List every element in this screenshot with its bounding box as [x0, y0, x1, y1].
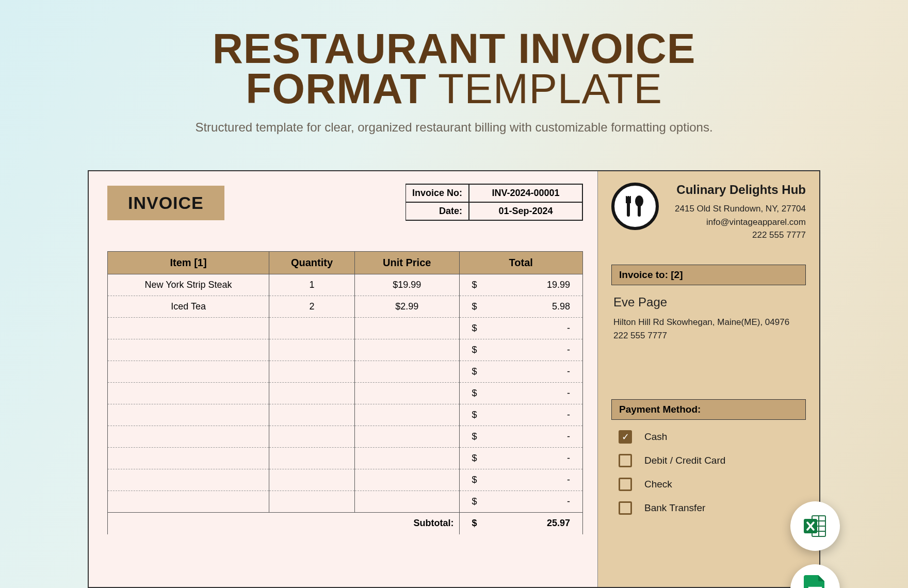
cell-total: $-	[459, 426, 582, 448]
sheets-icon	[803, 574, 828, 588]
table-row: $-	[108, 469, 583, 491]
cell-total: $-	[459, 448, 582, 469]
business-header: Culinary Delights Hub 2415 Old St Rundow…	[611, 183, 806, 242]
title-line2-thin: TEMPLATE	[427, 65, 662, 112]
invoice-sheet: INVOICE Invoice No: INV-2024-00001 Date:…	[88, 170, 820, 588]
payment-method-list: ✓CashDebit / Credit CardCheckBank Transf…	[611, 420, 806, 520]
hero: RESTAURANT INVOICE FORMAT TEMPLATE Struc…	[0, 0, 908, 135]
cell-total: $-	[459, 339, 582, 361]
subtotal-row: Subtotal: $25.97	[108, 513, 583, 534]
cell-item	[108, 426, 269, 448]
cell-price	[354, 426, 459, 448]
cell-qty	[269, 469, 355, 491]
table-row: Iced Tea2$2.99$5.98	[108, 296, 583, 318]
business-address: 2415 Old St Rundown, NY, 27704	[668, 202, 806, 216]
table-row: $-	[108, 339, 583, 361]
page-title: RESTAURANT INVOICE FORMAT TEMPLATE	[0, 28, 908, 109]
svg-rect-2	[630, 196, 631, 203]
invoice-badge: INVOICE	[107, 186, 224, 220]
business-phone: 222 555 7777	[668, 228, 806, 242]
cell-item	[108, 361, 269, 383]
checkbox-icon: ✓	[619, 430, 632, 444]
payment-option[interactable]: Bank Transfer	[619, 496, 804, 520]
invoice-sidebar: Culinary Delights Hub 2415 Old St Rundow…	[597, 171, 819, 587]
cell-total: $-	[459, 491, 582, 513]
cell-qty	[269, 448, 355, 469]
subtotal-value: 25.97	[547, 518, 570, 529]
checkbox-icon	[619, 454, 632, 467]
invoice-date-value: 01-Sep-2024	[469, 202, 582, 220]
customer-phone: 222 555 7777	[613, 329, 804, 342]
items-table: Item [1] Quantity Unit Price Total New Y…	[107, 251, 583, 534]
checkbox-icon	[619, 501, 632, 515]
cell-qty	[269, 361, 355, 383]
cell-price	[354, 448, 459, 469]
download-buttons	[790, 501, 840, 588]
invoice-main: INVOICE Invoice No: INV-2024-00001 Date:…	[89, 171, 597, 587]
cell-item	[108, 469, 269, 491]
table-row: $-	[108, 491, 583, 513]
cell-total: $5.98	[459, 296, 582, 318]
col-qty: Quantity	[269, 252, 355, 274]
cell-price	[354, 318, 459, 339]
table-row: New York Strip Steak1$19.99$19.99	[108, 274, 583, 296]
currency-symbol: $	[472, 518, 477, 529]
invoice-no-label: Invoice No:	[406, 184, 469, 202]
svg-rect-1	[626, 196, 627, 203]
cell-qty	[269, 491, 355, 513]
download-excel-button[interactable]	[790, 501, 840, 551]
cell-item	[108, 339, 269, 361]
cell-price	[354, 383, 459, 404]
restaurant-logo-icon	[611, 183, 659, 230]
svg-rect-0	[627, 196, 630, 217]
cell-qty	[269, 404, 355, 426]
payment-label: Cash	[644, 431, 667, 443]
payment-option[interactable]: Check	[619, 472, 804, 496]
cell-item	[108, 404, 269, 426]
cell-qty	[269, 426, 355, 448]
col-total: Total	[459, 252, 582, 274]
cell-total: $-	[459, 361, 582, 383]
payment-option[interactable]: ✓Cash	[619, 425, 804, 449]
business-email: info@vintageapparel.com	[668, 216, 806, 229]
cell-price: $2.99	[354, 296, 459, 318]
table-row: $-	[108, 448, 583, 469]
svg-point-3	[635, 195, 643, 207]
payment-label: Bank Transfer	[644, 502, 705, 514]
checkbox-icon	[619, 478, 632, 491]
invoice-date-label: Date:	[406, 202, 469, 220]
customer-address: Hilton Hill Rd Skowhegan, Maine(ME), 049…	[613, 316, 804, 329]
cell-item	[108, 448, 269, 469]
cell-price	[354, 404, 459, 426]
cell-qty	[269, 383, 355, 404]
payment-option[interactable]: Debit / Credit Card	[619, 449, 804, 472]
page-subtitle: Structured template for clear, organized…	[0, 120, 908, 135]
download-sheets-button[interactable]	[790, 564, 840, 588]
cell-price	[354, 339, 459, 361]
cell-total: $-	[459, 404, 582, 426]
customer-block: Eve Page Hilton Hill Rd Skowhegan, Maine…	[611, 285, 806, 343]
cell-qty: 1	[269, 274, 355, 296]
title-line2-bold: FORMAT	[246, 65, 427, 112]
invoice-to-header: Invoice to: [2]	[611, 265, 806, 285]
cell-price	[354, 469, 459, 491]
customer-name: Eve Page	[613, 292, 804, 312]
cell-qty	[269, 318, 355, 339]
subtotal-label: Subtotal:	[108, 513, 460, 534]
col-price: Unit Price	[354, 252, 459, 274]
col-item: Item [1]	[108, 252, 269, 274]
table-row: $-	[108, 383, 583, 404]
cell-qty	[269, 339, 355, 361]
cell-price: $19.99	[354, 274, 459, 296]
cell-item: New York Strip Steak	[108, 274, 269, 296]
table-row: $-	[108, 318, 583, 339]
cell-total: $-	[459, 469, 582, 491]
cell-total: $-	[459, 383, 582, 404]
cell-total: $19.99	[459, 274, 582, 296]
cell-price	[354, 361, 459, 383]
table-row: $-	[108, 361, 583, 383]
payment-method-header: Payment Method:	[611, 399, 806, 420]
payment-label: Debit / Credit Card	[644, 455, 725, 466]
payment-label: Check	[644, 479, 672, 490]
table-row: $-	[108, 426, 583, 448]
